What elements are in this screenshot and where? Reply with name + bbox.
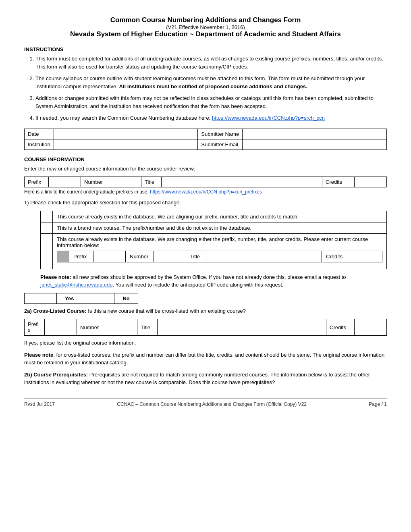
if-yes-text: If yes, please list the original course … xyxy=(24,339,387,347)
footer-right: Page / 1 xyxy=(369,401,387,407)
credits-label: Credits xyxy=(322,177,355,187)
instruction-item-3: Additions or changes submitted with this… xyxy=(35,94,387,110)
current-course-row: Prefix Number Title Credits xyxy=(57,251,382,262)
note-block: Please note: all new prefixes should be … xyxy=(40,273,371,289)
instruction-item-1: This form must be completed for addition… xyxy=(35,55,387,71)
note-text2: . You will need to include the anticipat… xyxy=(112,282,283,288)
instruction-bold-2: All institutions must be notified of pro… xyxy=(119,83,307,89)
instructions-label: INSTRUCTIONS xyxy=(24,46,387,52)
institution-row: Institution Submitter Email xyxy=(25,139,387,150)
change-option-3-text: This course already exists in the databa… xyxy=(53,233,387,269)
cl-note-text: : for cross-listed courses, the prefix a… xyxy=(24,352,384,366)
note-bold: Please note: xyxy=(40,274,71,280)
form-org: Nevada System of Higher Education ~ Depa… xyxy=(24,30,387,38)
cl-number-value[interactable] xyxy=(105,319,137,336)
ccn-search-link[interactable]: https://www.nevada.edu/ir/CCN.php?p=srch… xyxy=(212,115,325,121)
date-label: Date xyxy=(25,129,54,139)
cross-listed-text: Is this a new course that will be cross-… xyxy=(88,308,246,314)
change-option-1-checkbox[interactable] xyxy=(41,211,53,222)
cl-title-label: Title xyxy=(137,319,158,336)
cl-number-label: Number xyxy=(77,319,105,336)
form-subtitle: (V21 Effective November 1, 2016) xyxy=(24,24,387,30)
course-info-label: COURSE INFORMATION xyxy=(24,156,387,162)
title-label: Title xyxy=(141,177,162,187)
inner-title-value[interactable] xyxy=(206,251,322,262)
cl-title-value[interactable] xyxy=(158,319,326,336)
footer-left: Rvsd Jul 2017 xyxy=(24,401,55,407)
inner-number-value[interactable] xyxy=(154,251,186,262)
note-email-link[interactable]: janet_stake@nshe.nevada.edu xyxy=(40,282,112,288)
change-option-1-row: This course already exists in the databa… xyxy=(41,211,387,222)
title-value[interactable] xyxy=(162,177,322,187)
number-label: Number xyxy=(81,177,109,187)
cross-listed-fields-table: Prefix Number Title Credits xyxy=(24,319,387,336)
no-cell[interactable] xyxy=(82,293,114,303)
change-options-table: This course already exists in the databa… xyxy=(40,211,387,269)
date-row: Date Submitter Name xyxy=(25,129,387,139)
instruction-item-2: The course syllabus or course outline wi… xyxy=(35,75,387,90)
change-option-2-checkbox[interactable] xyxy=(41,222,53,233)
change-selection-intro: 1) Please check the appropriate selectio… xyxy=(24,199,387,207)
submitter-name-value[interactable] xyxy=(243,129,387,139)
instructions-list: This form must be completed for addition… xyxy=(35,55,387,122)
cross-listed-fields-row: Prefix Number Title Credits xyxy=(25,319,387,336)
cl-note-bold: Please note xyxy=(24,352,53,358)
inner-prefix-label: Prefix xyxy=(69,251,93,262)
prefix-link[interactable]: https://www.nevada.edu/ir/CCN.php?p=ccn_… xyxy=(150,189,262,195)
instruction-item-4: If needed, you may search the Common Cou… xyxy=(35,114,387,122)
yes-cell[interactable] xyxy=(25,293,57,303)
prereq-bold: Course Prerequisites: xyxy=(33,372,88,378)
change-option-3-row: This course already exists in the databa… xyxy=(41,233,387,269)
change-option-2-text: This is a brand new course. The prefix/n… xyxy=(53,222,387,233)
institution-value[interactable] xyxy=(54,139,198,150)
yes-no-row: Yes No xyxy=(25,293,138,303)
submitter-info-table: Date Submitter Name Institution Submitte… xyxy=(24,129,387,150)
form-title: Common Course Numbering Additions and Ch… xyxy=(24,16,387,24)
inner-prefix-value[interactable] xyxy=(93,251,126,262)
prereq-label: 2b) xyxy=(24,372,32,378)
change-option-1-text: This course already exists in the databa… xyxy=(53,211,387,222)
page-footer: Rvsd Jul 2017 CCNAC – Common Course Numb… xyxy=(24,399,387,407)
number-value[interactable] xyxy=(109,177,141,187)
note-text: all new prefixes should be approved by t… xyxy=(71,274,346,280)
change-option-3-checkbox[interactable] xyxy=(41,233,53,269)
prefix-value[interactable] xyxy=(49,177,81,187)
current-course-inner-table: Prefix Number Title Credits xyxy=(57,251,382,262)
page-header: Common Course Numbering Additions and Ch… xyxy=(24,16,387,38)
submitter-email-value[interactable] xyxy=(243,139,387,150)
yes-label: Yes xyxy=(57,293,82,303)
submitter-email-label: Submitter Email xyxy=(198,139,243,150)
date-value[interactable] xyxy=(54,129,198,139)
institution-label: Institution xyxy=(25,139,54,150)
cl-prefix-label: Prefix xyxy=(25,319,45,336)
prefix-label: Prefix xyxy=(25,177,49,187)
cross-listed-note: Please note: for cross-listed courses, t… xyxy=(24,351,387,367)
inner-number-label: Number xyxy=(126,251,154,262)
cross-listed-intro: 2a) Cross-Listed Course: Is this a new c… xyxy=(24,307,387,315)
course-info-description: Enter the new or changed course informat… xyxy=(24,165,387,173)
footer-center: CCNAC – Common Course Numbering Addition… xyxy=(117,401,307,407)
gray-indicator xyxy=(57,251,69,262)
cross-listed-bold: Cross-Listed Course: xyxy=(33,308,86,314)
yes-no-table: Yes No xyxy=(24,293,138,304)
cl-prefix-value[interactable] xyxy=(45,319,77,336)
instructions-section: INSTRUCTIONS This form must be completed… xyxy=(24,46,387,122)
cl-credits-label: Credits xyxy=(326,319,355,336)
course-info-heading: COURSE INFORMATION Enter the new or chan… xyxy=(24,156,387,173)
submitter-name-label: Submitter Name xyxy=(198,129,243,139)
inner-credits-label: Credits xyxy=(322,251,350,262)
cl-credits-value[interactable] xyxy=(355,319,387,336)
inner-credits-value[interactable] xyxy=(350,251,382,262)
cross-listed-label: 2a) xyxy=(24,308,32,314)
credits-value[interactable] xyxy=(355,177,387,187)
change-option-2-row: This is a brand new course. The prefix/n… xyxy=(41,222,387,233)
course-fields-row: Prefix Number Title Credits xyxy=(25,177,387,187)
inner-title-label: Title xyxy=(186,251,206,262)
course-fields-table: Prefix Number Title Credits xyxy=(24,177,387,187)
prefix-link-note: Here is a link to the current undergradu… xyxy=(24,189,387,195)
prerequisites-para: 2b) Course Prerequisites: Prerequisites … xyxy=(24,371,387,387)
no-label: No xyxy=(114,293,138,303)
